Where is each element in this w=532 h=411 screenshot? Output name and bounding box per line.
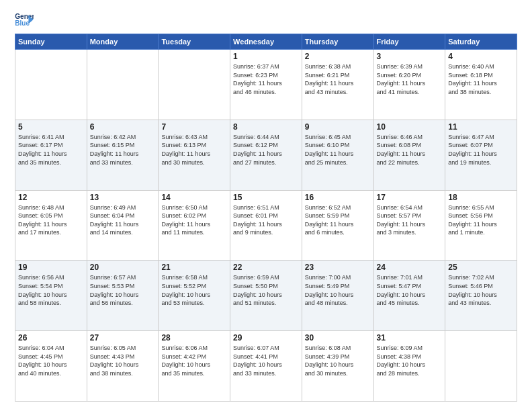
- day-info: Sunrise: 6:51 AM Sunset: 6:01 PM Dayligh…: [233, 203, 299, 237]
- calendar-cell: 17Sunrise: 6:54 AM Sunset: 5:57 PM Dayli…: [373, 190, 445, 261]
- day-number: 26: [18, 333, 84, 342]
- weekday-header-thursday: Thursday: [302, 34, 373, 50]
- calendar-cell: 28Sunrise: 6:06 AM Sunset: 4:42 PM Dayli…: [159, 331, 230, 402]
- week-row-3: 12Sunrise: 6:48 AM Sunset: 6:05 PM Dayli…: [15, 190, 517, 261]
- calendar-cell: 12Sunrise: 6:48 AM Sunset: 6:05 PM Dayli…: [15, 190, 87, 261]
- day-info: Sunrise: 6:49 AM Sunset: 6:04 PM Dayligh…: [90, 203, 156, 237]
- day-info: Sunrise: 7:02 AM Sunset: 5:46 PM Dayligh…: [448, 273, 514, 307]
- calendar-cell: 9Sunrise: 6:45 AM Sunset: 6:10 PM Daylig…: [302, 120, 373, 190]
- calendar-cell: 27Sunrise: 6:05 AM Sunset: 4:43 PM Dayli…: [87, 331, 159, 402]
- day-number: 1: [233, 52, 299, 61]
- day-info: Sunrise: 6:41 AM Sunset: 6:17 PM Dayligh…: [18, 133, 84, 167]
- day-number: 3: [377, 52, 443, 61]
- day-info: Sunrise: 6:43 AM Sunset: 6:13 PM Dayligh…: [161, 133, 227, 167]
- weekday-header-tuesday: Tuesday: [159, 34, 230, 50]
- day-info: Sunrise: 6:09 AM Sunset: 4:38 PM Dayligh…: [377, 344, 443, 377]
- day-number: 17: [377, 193, 443, 202]
- day-number: 5: [18, 122, 84, 132]
- day-info: Sunrise: 6:08 AM Sunset: 4:39 PM Dayligh…: [305, 344, 371, 377]
- calendar-cell: 7Sunrise: 6:43 AM Sunset: 6:13 PM Daylig…: [159, 120, 230, 190]
- header: General Blue: [15, 12, 517, 27]
- calendar-cell: 3Sunrise: 6:39 AM Sunset: 6:20 PM Daylig…: [373, 50, 445, 120]
- day-info: Sunrise: 6:55 AM Sunset: 5:56 PM Dayligh…: [448, 203, 514, 237]
- calendar-cell: 11Sunrise: 6:47 AM Sunset: 6:07 PM Dayli…: [445, 120, 517, 190]
- day-number: 25: [448, 263, 514, 272]
- day-number: 30: [305, 333, 371, 342]
- day-number: 2: [305, 52, 371, 61]
- calendar-cell: 4Sunrise: 6:40 AM Sunset: 6:18 PM Daylig…: [445, 50, 517, 120]
- day-number: 12: [18, 193, 84, 202]
- weekday-header-sunday: Sunday: [15, 34, 87, 50]
- weekday-header-friday: Friday: [373, 34, 445, 50]
- week-row-1: 1Sunrise: 6:37 AM Sunset: 6:23 PM Daylig…: [15, 50, 517, 120]
- day-info: Sunrise: 6:40 AM Sunset: 6:18 PM Dayligh…: [448, 62, 514, 96]
- day-number: 19: [18, 263, 84, 272]
- calendar-cell: 20Sunrise: 6:57 AM Sunset: 5:53 PM Dayli…: [87, 261, 159, 331]
- calendar-cell: 10Sunrise: 6:46 AM Sunset: 6:08 PM Dayli…: [373, 120, 445, 190]
- calendar-cell: 22Sunrise: 6:59 AM Sunset: 5:50 PM Dayli…: [230, 261, 302, 331]
- day-info: Sunrise: 6:56 AM Sunset: 5:54 PM Dayligh…: [18, 273, 84, 307]
- day-number: 13: [90, 193, 156, 202]
- calendar-cell: 1Sunrise: 6:37 AM Sunset: 6:23 PM Daylig…: [230, 50, 302, 120]
- weekday-header-wednesday: Wednesday: [230, 34, 302, 50]
- calendar-cell: 21Sunrise: 6:58 AM Sunset: 5:52 PM Dayli…: [159, 261, 230, 331]
- day-info: Sunrise: 6:45 AM Sunset: 6:10 PM Dayligh…: [305, 133, 371, 167]
- calendar-cell: 26Sunrise: 6:04 AM Sunset: 4:45 PM Dayli…: [15, 331, 87, 402]
- day-info: Sunrise: 6:52 AM Sunset: 5:59 PM Dayligh…: [305, 203, 371, 237]
- calendar-cell: 31Sunrise: 6:09 AM Sunset: 4:38 PM Dayli…: [373, 331, 445, 402]
- calendar-cell: [15, 50, 87, 120]
- day-info: Sunrise: 7:01 AM Sunset: 5:47 PM Dayligh…: [377, 273, 443, 307]
- day-number: 4: [448, 52, 514, 61]
- calendar-cell: 25Sunrise: 7:02 AM Sunset: 5:46 PM Dayli…: [445, 261, 517, 331]
- day-number: 23: [305, 263, 371, 272]
- day-info: Sunrise: 6:06 AM Sunset: 4:42 PM Dayligh…: [161, 344, 227, 377]
- calendar-cell: 24Sunrise: 7:01 AM Sunset: 5:47 PM Dayli…: [373, 261, 445, 331]
- day-info: Sunrise: 6:37 AM Sunset: 6:23 PM Dayligh…: [233, 62, 299, 96]
- calendar-cell: 16Sunrise: 6:52 AM Sunset: 5:59 PM Dayli…: [302, 190, 373, 261]
- calendar-cell: 19Sunrise: 6:56 AM Sunset: 5:54 PM Dayli…: [15, 261, 87, 331]
- calendar-cell: 23Sunrise: 7:00 AM Sunset: 5:49 PM Dayli…: [302, 261, 373, 331]
- day-number: 11: [448, 122, 514, 132]
- day-number: 6: [90, 122, 156, 132]
- page: General Blue SundayMondayTuesdayWednesda…: [0, 0, 532, 411]
- week-row-5: 26Sunrise: 6:04 AM Sunset: 4:45 PM Dayli…: [15, 331, 517, 402]
- day-number: 15: [233, 193, 299, 202]
- day-number: 27: [90, 333, 156, 342]
- calendar-cell: 18Sunrise: 6:55 AM Sunset: 5:56 PM Dayli…: [445, 190, 517, 261]
- svg-text:Blue: Blue: [15, 19, 30, 27]
- day-info: Sunrise: 6:38 AM Sunset: 6:21 PM Dayligh…: [305, 62, 371, 96]
- calendar-cell: 8Sunrise: 6:44 AM Sunset: 6:12 PM Daylig…: [230, 120, 302, 190]
- day-info: Sunrise: 6:07 AM Sunset: 4:41 PM Dayligh…: [233, 344, 299, 377]
- day-number: 21: [161, 263, 227, 272]
- logo: General Blue: [15, 12, 34, 27]
- weekday-header-saturday: Saturday: [445, 34, 517, 50]
- day-number: 16: [305, 193, 371, 202]
- day-number: 29: [233, 333, 299, 342]
- calendar-cell: 5Sunrise: 6:41 AM Sunset: 6:17 PM Daylig…: [15, 120, 87, 190]
- day-info: Sunrise: 6:39 AM Sunset: 6:20 PM Dayligh…: [377, 62, 443, 96]
- day-number: 28: [161, 333, 227, 342]
- day-info: Sunrise: 6:46 AM Sunset: 6:08 PM Dayligh…: [377, 133, 443, 167]
- day-number: 20: [90, 263, 156, 272]
- day-info: Sunrise: 6:48 AM Sunset: 6:05 PM Dayligh…: [18, 203, 84, 237]
- weekday-header-row: SundayMondayTuesdayWednesdayThursdayFrid…: [15, 34, 517, 50]
- calendar-cell: [87, 50, 159, 120]
- day-number: 31: [377, 333, 443, 342]
- day-info: Sunrise: 6:50 AM Sunset: 6:02 PM Dayligh…: [161, 203, 227, 237]
- calendar-cell: 15Sunrise: 6:51 AM Sunset: 6:01 PM Dayli…: [230, 190, 302, 261]
- calendar-cell: 6Sunrise: 6:42 AM Sunset: 6:15 PM Daylig…: [87, 120, 159, 190]
- calendar-cell: 14Sunrise: 6:50 AM Sunset: 6:02 PM Dayli…: [159, 190, 230, 261]
- day-number: 18: [448, 193, 514, 202]
- calendar-cell: [159, 50, 230, 120]
- day-info: Sunrise: 6:42 AM Sunset: 6:15 PM Dayligh…: [90, 133, 156, 167]
- day-info: Sunrise: 6:05 AM Sunset: 4:43 PM Dayligh…: [90, 344, 156, 377]
- day-info: Sunrise: 6:58 AM Sunset: 5:52 PM Dayligh…: [161, 273, 227, 307]
- weekday-header-monday: Monday: [87, 34, 159, 50]
- day-info: Sunrise: 7:00 AM Sunset: 5:49 PM Dayligh…: [305, 273, 371, 307]
- day-number: 24: [377, 263, 443, 272]
- calendar-cell: 29Sunrise: 6:07 AM Sunset: 4:41 PM Dayli…: [230, 331, 302, 402]
- calendar-table: SundayMondayTuesdayWednesdayThursdayFrid…: [15, 34, 517, 402]
- day-number: 22: [233, 263, 299, 272]
- calendar-cell: [445, 331, 517, 402]
- week-row-2: 5Sunrise: 6:41 AM Sunset: 6:17 PM Daylig…: [15, 120, 517, 190]
